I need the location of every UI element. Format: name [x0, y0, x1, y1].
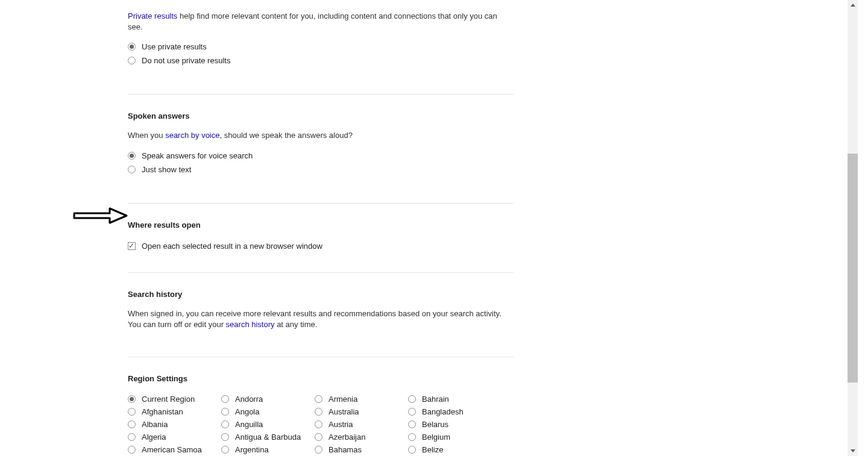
region-option: Austria [315, 418, 408, 431]
spoken-answers-description: When you search by voice, should we spea… [128, 130, 514, 141]
radio-region[interactable] [128, 395, 136, 403]
scrollbar-down-button[interactable] [848, 446, 858, 456]
radio-region[interactable] [221, 433, 229, 441]
region-option: Azerbaijan [315, 431, 408, 443]
radio-region[interactable] [128, 420, 136, 428]
region-option: Andorra [221, 393, 315, 405]
region-grid: Current RegionAfghanistanAlbaniaAlgeriaA… [128, 393, 514, 456]
spoken-desc-post: , should we speak the answers aloud? [219, 131, 352, 140]
vertical-scrollbar[interactable] [848, 0, 858, 456]
radio-just-show-text[interactable] [128, 166, 136, 173]
private-results-link[interactable]: Private results [128, 11, 177, 20]
label-region[interactable]: Belarus [422, 420, 448, 429]
radio-region[interactable] [128, 433, 136, 441]
annotation-arrow-icon [72, 206, 130, 225]
region-option: Bahrain [408, 393, 502, 405]
scrollbar-up-button[interactable] [848, 0, 858, 10]
label-region[interactable]: Australia [329, 407, 359, 416]
radio-region[interactable] [315, 446, 322, 454]
label-region[interactable]: Austria [329, 420, 353, 429]
label-region[interactable]: Argentina [235, 445, 269, 454]
search-history-link[interactable]: search history [226, 320, 275, 329]
section-search-history: Search history When signed in, you can r… [128, 272, 514, 352]
radio-region[interactable] [221, 420, 229, 428]
section-where-results-open: Where results open Open each selected re… [128, 203, 514, 267]
region-option: American Samoa [128, 443, 221, 456]
label-region[interactable]: Azerbaijan [329, 433, 365, 442]
label-region[interactable]: Current Region [142, 395, 195, 404]
region-option: Armenia [315, 393, 408, 405]
radio-speak-answers[interactable] [128, 152, 136, 160]
radio-use-private-results[interactable] [128, 43, 136, 51]
radio-region[interactable] [315, 395, 322, 403]
radio-region[interactable] [221, 408, 229, 416]
search-history-heading: Search history [128, 290, 514, 299]
radio-region[interactable] [315, 433, 322, 441]
scrollbar-up-arrow-icon [851, 4, 855, 7]
spoken-answers-heading: Spoken answers [128, 111, 514, 120]
radio-region[interactable] [315, 408, 322, 416]
region-option: Australia [315, 405, 408, 418]
radio-region[interactable] [128, 408, 136, 416]
label-region[interactable]: Albania [142, 420, 168, 429]
search-by-voice-link[interactable]: search by voice [165, 131, 219, 140]
private-results-desc-text: help find more relevant content for you,… [128, 11, 497, 31]
section-private-results: Private results help find more relevant … [128, 11, 514, 89]
label-region[interactable]: Andorra [235, 395, 263, 404]
private-results-description: Private results help find more relevant … [128, 11, 514, 33]
region-option: Belarus [408, 418, 502, 431]
region-option: Anguilla [221, 418, 315, 431]
label-region[interactable]: Bangladesh [422, 407, 464, 416]
region-option: Bangladesh [408, 405, 502, 418]
section-region-settings: Region Settings Current RegionAfghanista… [128, 357, 514, 456]
region-column: Current RegionAfghanistanAlbaniaAlgeriaA… [128, 393, 221, 456]
region-column: BahrainBangladeshBelarusBelgiumBelize [408, 393, 502, 456]
region-option: Albania [128, 418, 221, 431]
scrollbar-thumb[interactable] [848, 154, 858, 383]
label-region[interactable]: American Samoa [142, 445, 202, 454]
radio-region[interactable] [221, 395, 229, 403]
spoken-desc-pre: When you [128, 131, 165, 140]
radio-region[interactable] [221, 446, 229, 454]
where-results-open-heading: Where results open [128, 220, 514, 230]
region-column: ArmeniaAustraliaAustriaAzerbaijanBahamas [315, 393, 408, 456]
label-region[interactable]: Belgium [422, 433, 450, 442]
radio-region[interactable] [408, 408, 416, 416]
label-region[interactable]: Belize [422, 445, 443, 454]
label-region[interactable]: Antigua & Barbuda [235, 433, 301, 442]
radio-region[interactable] [315, 420, 322, 428]
section-spoken-answers: Spoken answers When you search by voice,… [128, 94, 514, 198]
search-history-description: When signed in, you can receive more rel… [128, 308, 514, 330]
region-option: Belgium [408, 431, 502, 443]
label-use-private-results[interactable]: Use private results [142, 42, 207, 51]
scrollbar-down-arrow-icon [851, 449, 855, 452]
region-settings-heading: Region Settings [128, 374, 514, 383]
region-option: Antigua & Barbuda [221, 431, 315, 443]
region-option: Belize [408, 443, 502, 456]
radio-region[interactable] [408, 395, 416, 403]
region-column: AndorraAngolaAnguillaAntigua & BarbudaAr… [221, 393, 315, 456]
label-region[interactable]: Armenia [329, 395, 357, 404]
region-option: Algeria [128, 431, 221, 443]
region-option: Afghanistan [128, 405, 221, 418]
label-region[interactable]: Bahamas [329, 445, 362, 454]
label-just-show-text[interactable]: Just show text [142, 165, 191, 174]
radio-do-not-use-private-results[interactable] [128, 57, 136, 64]
checkbox-open-new-window[interactable] [128, 242, 136, 250]
label-region[interactable]: Afghanistan [142, 407, 183, 416]
label-region[interactable]: Angola [235, 407, 259, 416]
label-speak-answers[interactable]: Speak answers for voice search [142, 151, 253, 160]
region-option: Current Region [128, 393, 221, 405]
region-option: Angola [221, 405, 315, 418]
label-region[interactable]: Algeria [142, 433, 166, 442]
radio-region[interactable] [128, 446, 136, 454]
region-option: Bahamas [315, 443, 408, 456]
label-region[interactable]: Bahrain [422, 395, 449, 404]
radio-region[interactable] [408, 446, 416, 454]
label-open-new-window[interactable]: Open each selected result in a new brows… [142, 242, 322, 251]
label-region[interactable]: Anguilla [235, 420, 263, 429]
region-option: Argentina [221, 443, 315, 456]
radio-region[interactable] [408, 433, 416, 441]
radio-region[interactable] [408, 420, 416, 428]
label-do-not-use-private-results[interactable]: Do not use private results [142, 56, 230, 65]
